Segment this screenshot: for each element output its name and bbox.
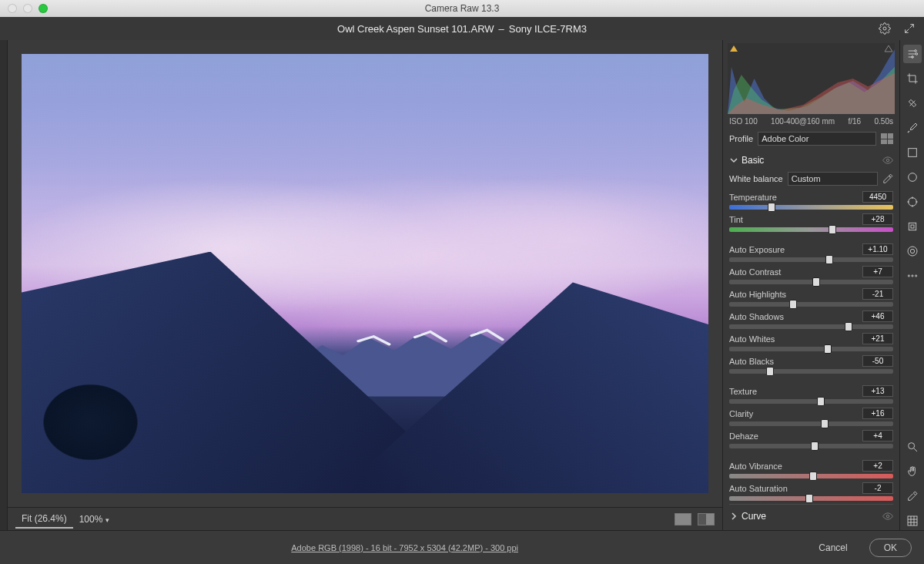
clarity-track[interactable] <box>729 421 893 426</box>
minimize-window-button[interactable] <box>23 4 32 13</box>
contrast-slider: Auto Contrast+7 <box>729 265 893 287</box>
temperature-value[interactable]: 4450 <box>862 191 893 203</box>
preview-canvas[interactable] <box>8 40 722 507</box>
highlights-value[interactable]: -21 <box>862 288 893 300</box>
exposure-value[interactable]: +1.10 <box>862 243 893 255</box>
camera-raw-window: Camera Raw 13.3 Owl Creek Aspen Sunset 1… <box>0 0 924 564</box>
highlight-clip-icon[interactable] <box>884 45 893 52</box>
edit-tool-icon[interactable] <box>903 45 922 63</box>
dehaze-label: Dehaze <box>729 431 758 441</box>
window-controls <box>0 4 48 13</box>
sampler-tool-icon[interactable] <box>903 487 922 505</box>
filename: Owl Creek Aspen Sunset 101.ARW <box>337 23 494 35</box>
whites-value[interactable]: +21 <box>862 333 893 344</box>
redeye-tool-icon[interactable] <box>903 217 922 236</box>
eyedropper-icon[interactable] <box>882 173 893 184</box>
contrast-track[interactable] <box>729 280 893 284</box>
vibrance-thumb[interactable] <box>809 472 817 481</box>
temperature-label: Temperature <box>729 193 777 202</box>
shadow-clip-icon[interactable] <box>729 45 738 52</box>
filmstrip[interactable] <box>0 40 8 530</box>
exposure-track[interactable] <box>729 257 893 262</box>
dehaze-thumb[interactable] <box>811 441 819 451</box>
texture-value[interactable]: +13 <box>862 385 893 397</box>
separator: – <box>494 23 509 35</box>
tint-label: Tint <box>729 215 743 224</box>
before-after-view-icon[interactable] <box>698 513 715 525</box>
shadows-thumb[interactable] <box>845 322 852 331</box>
blacks-thumb[interactable] <box>766 367 774 376</box>
eye-icon[interactable] <box>882 511 893 522</box>
profile-label: Profile <box>729 134 753 143</box>
whites-track[interactable] <box>729 347 893 351</box>
texture-track[interactable] <box>729 399 893 404</box>
curve-panel-header[interactable]: Curve <box>729 504 893 526</box>
bottombar: Adobe RGB (1998) - 16 bit - 7952 x 5304 … <box>0 530 924 564</box>
exif-lens: 100-400@160 mm <box>771 117 835 126</box>
crop-tool-icon[interactable] <box>903 69 922 88</box>
tint-thumb[interactable] <box>829 225 836 234</box>
temperature-track[interactable] <box>729 205 893 210</box>
contrast-thumb[interactable] <box>812 277 820 287</box>
settings-icon[interactable] <box>876 20 893 37</box>
whites-thumb[interactable] <box>824 344 832 354</box>
dehaze-value[interactable]: +4 <box>862 430 893 441</box>
fullscreen-icon[interactable] <box>901 20 918 37</box>
svg-point-1 <box>886 159 889 162</box>
wb-select[interactable]: Custom <box>788 172 878 186</box>
clarity-value[interactable]: +16 <box>862 408 893 419</box>
grid-tool-icon[interactable] <box>903 512 922 530</box>
tint-value[interactable]: +28 <box>862 213 893 225</box>
exif-shutter: 0.50s <box>875 117 893 126</box>
exposure-label: Auto Exposure <box>729 245 785 254</box>
saturation-thumb[interactable] <box>805 494 813 503</box>
vibrance-value[interactable]: +2 <box>862 460 893 472</box>
single-view-icon[interactable] <box>675 513 691 525</box>
saturation-value[interactable]: -2 <box>862 482 893 494</box>
zoom-window-button[interactable] <box>38 4 48 13</box>
vibrance-label: Auto Vibrance <box>729 462 782 471</box>
workflow-link[interactable]: Adobe RGB (1998) - 16 bit - 7952 x 5304 … <box>12 543 797 552</box>
edit-panel: ISO 100 100-400@160 mm f/16 0.50s Profil… <box>722 40 899 530</box>
eye-icon[interactable] <box>882 155 893 166</box>
target-adjust-icon[interactable] <box>903 193 922 211</box>
brush-tool-icon[interactable] <box>903 119 922 137</box>
shadows-value[interactable]: +46 <box>862 311 893 322</box>
snapshot-tool-icon[interactable] <box>903 242 922 260</box>
gradient-tool-icon[interactable] <box>903 143 922 162</box>
zoom-tool-icon[interactable] <box>903 438 922 456</box>
texture-thumb[interactable] <box>817 397 825 406</box>
cancel-button[interactable]: Cancel <box>805 539 861 556</box>
temperature-thumb[interactable] <box>768 203 775 212</box>
more-icon[interactable] <box>903 267 922 285</box>
radial-tool-icon[interactable] <box>903 168 922 186</box>
tint-track[interactable] <box>729 227 893 232</box>
saturation-track[interactable] <box>729 496 893 501</box>
basic-panel-header[interactable]: Basic <box>729 149 893 170</box>
highlights-track[interactable] <box>729 302 893 307</box>
svg-point-16 <box>908 443 914 449</box>
svg-point-11 <box>908 247 917 256</box>
profile-browser-icon[interactable] <box>881 133 893 144</box>
close-window-button[interactable] <box>8 4 17 13</box>
histogram[interactable] <box>728 43 895 114</box>
dehaze-track[interactable] <box>729 444 893 448</box>
ok-button[interactable]: OK <box>869 539 912 557</box>
exposure-thumb[interactable] <box>825 255 833 264</box>
chevron-right-icon <box>729 512 738 521</box>
highlights-thumb[interactable] <box>789 300 797 309</box>
content-area: Fit (26.4%) 100% ▾ ISO <box>0 40 924 530</box>
clarity-thumb[interactable] <box>821 419 829 428</box>
zoom-fit[interactable]: Fit (26.4%) <box>15 510 73 529</box>
shadows-track[interactable] <box>729 324 893 329</box>
heal-tool-icon[interactable] <box>903 94 922 112</box>
blacks-value[interactable]: -50 <box>862 355 893 367</box>
blacks-track[interactable] <box>729 369 893 374</box>
svg-point-13 <box>908 275 909 277</box>
contrast-value[interactable]: +7 <box>862 266 893 277</box>
toolstrip <box>899 40 924 530</box>
profile-select[interactable]: Adobe Color <box>758 132 876 146</box>
hand-tool-icon[interactable] <box>903 462 922 481</box>
vibrance-track[interactable] <box>729 474 893 478</box>
zoom-100[interactable]: 100% ▾ <box>73 511 116 528</box>
